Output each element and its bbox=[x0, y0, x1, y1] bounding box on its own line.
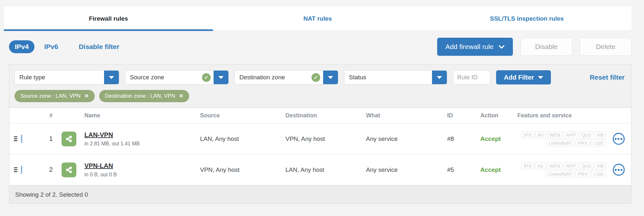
row-checkbox[interactable] bbox=[21, 135, 22, 143]
feature-badge: WEB bbox=[547, 132, 562, 138]
header-id: ID bbox=[443, 112, 472, 119]
table-row: 2 VPN-LAN in 0 B, out 0 B VPN, Any host … bbox=[9, 154, 631, 185]
header-destination: Destination bbox=[285, 112, 366, 119]
feature-badge: HB bbox=[595, 162, 606, 169]
feature-badge: IPS bbox=[522, 132, 534, 138]
ipv6-toggle[interactable]: IPv6 bbox=[44, 43, 58, 51]
row-number: 2 bbox=[40, 166, 62, 173]
check-circle-icon: ✓ bbox=[312, 73, 320, 82]
disable-filter-link[interactable]: Disable filter bbox=[79, 43, 119, 51]
rule-type-share-icon bbox=[62, 132, 76, 146]
header-source: Source bbox=[200, 112, 285, 119]
rule-action: Accept bbox=[472, 135, 511, 142]
row-checkbox[interactable] bbox=[21, 166, 22, 174]
tab-nat-rules[interactable]: NAT rules bbox=[213, 6, 422, 31]
add-filter-button[interactable]: Add Filter bbox=[496, 70, 551, 84]
feature-badge: AV bbox=[535, 162, 546, 169]
table-header-row: # Name Source Destination What ID Action… bbox=[9, 108, 631, 123]
filter-chip-label: Destination zone : LAN, VPN bbox=[105, 93, 175, 99]
remove-chip-icon[interactable]: ✕ bbox=[179, 93, 183, 99]
header-what: What bbox=[366, 112, 443, 119]
destination-zone-label: Destination zone bbox=[235, 74, 312, 81]
header-feature-and-service: Feature and service bbox=[511, 112, 606, 119]
rule-what: Any service bbox=[366, 166, 443, 173]
rule-type-label: Rule type bbox=[15, 74, 104, 81]
reset-filter-link[interactable]: Reset filter bbox=[590, 74, 626, 81]
showing-status-text: Showing 2 of 2. Selected 0 bbox=[15, 191, 88, 198]
feature-badge: LinkedNAT bbox=[546, 171, 574, 177]
header-number: # bbox=[40, 112, 62, 119]
add-firewall-rule-label: Add firewall rule bbox=[446, 43, 494, 51]
rule-id: #8 bbox=[443, 135, 472, 142]
rule-name-link[interactable]: VPN-LAN bbox=[84, 162, 113, 170]
ipv4-toggle[interactable]: IPv4 bbox=[9, 40, 34, 53]
row-number: 1 bbox=[40, 135, 62, 142]
table-footer: Showing 2 of 2. Selected 0 bbox=[9, 185, 631, 203]
header-action: Action bbox=[472, 112, 511, 119]
source-zone-label: Source zone bbox=[125, 74, 202, 81]
status-label: Status bbox=[344, 74, 432, 81]
rule-source: LAN, Any host bbox=[200, 135, 285, 142]
destination-zone-dropdown-button[interactable] bbox=[323, 70, 338, 84]
source-zone-select[interactable]: Source zone ✓ bbox=[125, 70, 229, 84]
rule-type-share-icon bbox=[62, 162, 76, 177]
feature-badge: IPS bbox=[522, 162, 534, 169]
rule-id-input[interactable] bbox=[453, 70, 490, 84]
row-menu-ellipsis-icon[interactable] bbox=[613, 164, 625, 176]
triangle-down-icon bbox=[437, 76, 442, 79]
feature-badge: AV bbox=[535, 132, 546, 138]
feature-badge: QoS bbox=[579, 162, 593, 169]
feature-badge: LOG bbox=[591, 140, 606, 146]
tab-firewall-rules[interactable]: Firewall rules bbox=[4, 6, 213, 31]
filter-chip-label: Source zone : LAN, VPN bbox=[20, 93, 81, 99]
feature-badge: LOG bbox=[591, 171, 606, 177]
feature-badges: IPS AV WEB APP QoS HB LinkedNAT PRX LOG bbox=[511, 132, 606, 146]
triangle-down-icon bbox=[538, 76, 543, 79]
chevron-down-icon bbox=[499, 45, 505, 49]
row-menu-ellipsis-icon[interactable] bbox=[613, 133, 625, 145]
add-filter-label: Add Filter bbox=[504, 74, 534, 81]
rule-what: Any service bbox=[366, 135, 443, 142]
filter-area: Rule type Source zone ✓ Destination zone… bbox=[9, 65, 631, 108]
delete-button[interactable]: Delete bbox=[580, 38, 631, 56]
rule-action: Accept bbox=[472, 166, 511, 173]
active-filter-chips: Source zone : LAN, VPN ✕ Destination zon… bbox=[14, 90, 626, 102]
feature-badge: APP bbox=[564, 162, 578, 169]
rule-traffic: in 0 B, out 0 B bbox=[84, 172, 117, 178]
feature-badge: LinkedNAT bbox=[546, 140, 574, 146]
triangle-down-icon bbox=[328, 76, 333, 79]
disable-button[interactable]: Disable bbox=[521, 38, 572, 56]
rules-tab-bar: Firewall rules NAT rules SSL/TLS inspect… bbox=[4, 6, 631, 31]
filter-row: Rule type Source zone ✓ Destination zone… bbox=[14, 70, 626, 84]
header-name: Name bbox=[62, 112, 200, 119]
rule-type-dropdown-button[interactable] bbox=[104, 70, 119, 84]
rule-source: VPN, Any host bbox=[200, 166, 285, 173]
feature-badge: PRX bbox=[575, 140, 590, 146]
feature-badges: IPS AV WEB APP QoS HB LinkedNAT PRX LOG bbox=[511, 162, 606, 177]
rule-name-link[interactable]: LAN-VPN bbox=[84, 131, 113, 139]
rule-traffic: in 2.81 MB, out 1.41 MB bbox=[84, 141, 140, 147]
tab-ssl-tls-inspection-rules[interactable]: SSL/TLS inspection rules bbox=[422, 6, 631, 31]
destination-zone-select[interactable]: Destination zone ✓ bbox=[235, 70, 338, 84]
status-dropdown-button[interactable] bbox=[432, 70, 447, 84]
remove-chip-icon[interactable]: ✕ bbox=[84, 93, 89, 99]
rule-destination: LAN, Any host bbox=[285, 166, 366, 173]
feature-badge: QoS bbox=[579, 132, 593, 138]
add-firewall-rule-button[interactable]: Add firewall rule bbox=[437, 38, 513, 56]
feature-badge: HB bbox=[595, 132, 606, 138]
rule-destination: VPN, Any host bbox=[285, 135, 366, 142]
filter-chip-destination-zone[interactable]: Destination zone : LAN, VPN ✕ bbox=[99, 90, 189, 102]
drag-handle-icon[interactable] bbox=[14, 167, 17, 172]
triangle-down-icon bbox=[218, 76, 224, 79]
firewall-rules-panel: Rule type Source zone ✓ Destination zone… bbox=[9, 64, 631, 204]
source-zone-dropdown-button[interactable] bbox=[214, 70, 228, 84]
rule-type-select[interactable]: Rule type bbox=[14, 70, 119, 84]
filter-chip-source-zone[interactable]: Source zone : LAN, VPN ✕ bbox=[14, 90, 95, 102]
feature-badge: APP bbox=[564, 132, 578, 138]
toolbar: IPv4 IPv6 Disable filter Add firewall ru… bbox=[9, 37, 631, 56]
rule-id: #5 bbox=[443, 166, 472, 173]
feature-badge: WEB bbox=[547, 162, 562, 169]
table-row: 1 LAN-VPN in 2.81 MB, out 1.41 MB LAN, A… bbox=[9, 123, 631, 154]
drag-handle-icon[interactable] bbox=[14, 136, 17, 141]
status-select[interactable]: Status bbox=[344, 70, 447, 84]
